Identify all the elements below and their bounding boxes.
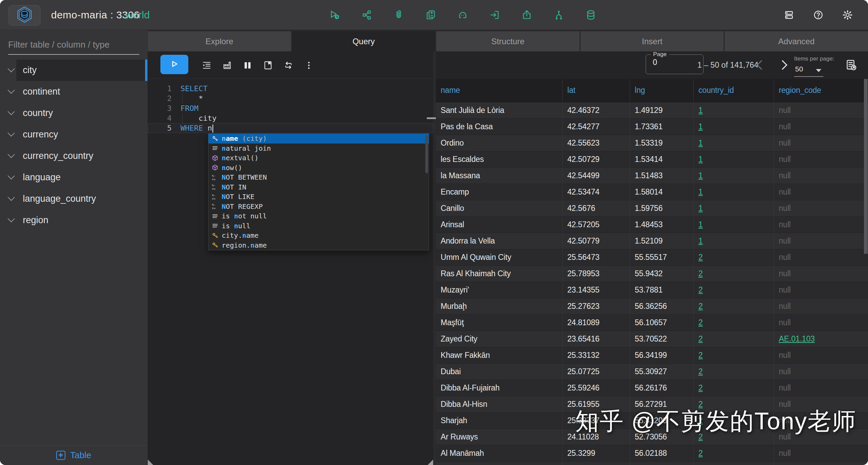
sidebar-item-language_country[interactable]: language_country — [0, 188, 147, 210]
tab-insert[interactable]: Insert — [581, 31, 724, 51]
code-line[interactable]: 2 * — [148, 94, 433, 103]
cell-lat[interactable]: 23.14355 — [563, 282, 630, 298]
cell-name[interactable]: Canillo — [436, 200, 563, 216]
tab-explore[interactable]: Explore — [148, 31, 291, 51]
country-id-link[interactable]: 1 — [698, 187, 703, 196]
cell-lng[interactable]: 1.48453 — [630, 217, 694, 233]
items-per-page-select[interactable]: 50 — [795, 65, 803, 73]
column-header-name[interactable]: name — [436, 79, 563, 102]
tab-advanced[interactable]: Advanced — [725, 31, 868, 51]
column-header-lat[interactable]: lat — [563, 79, 630, 102]
country-id-link[interactable]: 1 — [698, 138, 703, 147]
column-header-country_id[interactable]: country_id — [694, 79, 774, 102]
dropdown-caret-icon[interactable] — [816, 69, 821, 72]
cell-name[interactable]: Andorra la Vella — [436, 233, 563, 249]
cell-region_code[interactable]: null — [774, 364, 868, 380]
table-row[interactable]: Sharjah25.3373755.412062null — [436, 412, 868, 429]
table-row[interactable]: Khawr Fakkān25.3313256.341992null — [436, 347, 868, 363]
table-row[interactable]: Encamp42.534741.580141null — [436, 184, 868, 200]
table-row[interactable]: Al Manāmah25.329956.021882null — [436, 445, 868, 461]
cell-name[interactable]: Encamp — [436, 184, 563, 200]
table-row[interactable]: les Escaldes42.507291.534141null — [436, 151, 868, 167]
cell-lat[interactable]: 25.27623 — [563, 298, 630, 314]
cell-lat[interactable]: 42.57205 — [563, 217, 630, 233]
cell-region_code[interactable]: null — [774, 266, 868, 282]
cell-name[interactable]: Khawr Fakkān — [436, 347, 563, 363]
cell-country_id[interactable]: 1 — [694, 168, 774, 184]
cell-name[interactable]: Pas de la Casa — [436, 119, 563, 135]
country-id-link[interactable]: 1 — [698, 220, 703, 229]
attachment-icon[interactable] — [392, 8, 406, 22]
split-view-icon[interactable] — [241, 59, 254, 71]
cell-name[interactable]: Ordino — [436, 135, 563, 151]
replace-icon[interactable] — [282, 59, 295, 71]
country-id-link[interactable]: 2 — [698, 302, 703, 311]
suggestion-item-4[interactable]: %-x+NOT BETWEEN — [208, 172, 429, 182]
cell-region_code[interactable]: null — [774, 151, 868, 167]
country-id-link[interactable]: 1 — [698, 106, 703, 115]
cell-region_code[interactable]: null — [774, 429, 868, 445]
cell-country_id[interactable]: 1 — [694, 184, 774, 200]
cell-lng[interactable]: 56.34199 — [630, 347, 694, 363]
suggestion-item-5[interactable]: %-x+NOT IN — [208, 182, 429, 192]
filter-input[interactable] — [8, 39, 139, 55]
country-id-link[interactable]: 2 — [698, 449, 703, 458]
cell-country_id[interactable]: 1 — [694, 200, 774, 216]
cell-region_code[interactable]: null — [774, 413, 868, 429]
cell-country_id[interactable]: 2 — [694, 315, 774, 331]
suggestion-item-0[interactable]: name (city) — [208, 134, 429, 144]
country-id-link[interactable]: 1 — [698, 236, 703, 245]
cell-lng[interactable]: 55.55517 — [630, 249, 694, 265]
cell-country_id[interactable]: 2 — [694, 380, 774, 396]
table-row[interactable]: Ordino42.556231.533191null — [436, 135, 868, 151]
cell-lat[interactable]: 25.3299 — [563, 445, 630, 461]
suggestion-item-2[interactable]: nextval() — [208, 153, 429, 163]
cell-lng[interactable]: 1.52109 — [630, 233, 694, 249]
table-row[interactable]: Murbaḩ25.2762356.362562null — [436, 298, 868, 314]
cell-lng[interactable]: 53.70522 — [630, 331, 694, 347]
cell-region_code[interactable]: AE.01.103 — [774, 331, 868, 347]
cell-country_id[interactable]: 2 — [694, 413, 774, 429]
results-scrollbar[interactable] — [864, 79, 868, 465]
cell-lat[interactable]: 42.54277 — [563, 119, 630, 135]
cell-country_id[interactable]: 2 — [694, 364, 774, 380]
column-header-lng[interactable]: lng — [630, 79, 694, 102]
cell-region_code[interactable]: null — [774, 119, 868, 135]
country-id-link[interactable]: 2 — [698, 269, 703, 278]
country-id-link[interactable]: 1 — [698, 122, 703, 131]
country-id-link[interactable]: 2 — [698, 432, 703, 441]
country-id-link[interactable]: 1 — [698, 204, 703, 213]
import-icon[interactable] — [488, 8, 502, 22]
country-id-link[interactable]: 2 — [698, 367, 703, 376]
settings-icon[interactable] — [841, 8, 854, 22]
cell-region_code[interactable]: null — [774, 102, 868, 118]
table-row[interactable]: Ras Al Khaimah City25.7895355.94322null — [436, 265, 868, 282]
schedule-run-icon[interactable] — [328, 8, 342, 22]
country-id-link[interactable]: 2 — [698, 253, 703, 262]
cell-lng[interactable]: 55.41206 — [630, 413, 694, 429]
cell-country_id[interactable]: 1 — [694, 102, 774, 118]
cell-lat[interactable]: 42.55623 — [563, 135, 630, 151]
cell-lat[interactable]: 23.65416 — [563, 331, 630, 347]
suggestion-item-3[interactable]: now() — [208, 163, 429, 173]
cell-country_id[interactable]: 1 — [694, 217, 774, 233]
run-query-button[interactable] — [160, 55, 188, 74]
cell-region_code[interactable]: null — [774, 396, 868, 412]
popup-scrollbar-thumb[interactable] — [425, 135, 428, 173]
cell-name[interactable]: Dibba Al-Fujairah — [436, 380, 563, 396]
code-line[interactable]: 3FROM — [148, 103, 433, 113]
cell-lng[interactable]: 56.36256 — [630, 298, 694, 314]
tab-structure[interactable]: Structure — [436, 31, 580, 51]
cell-country_id[interactable]: 2 — [694, 429, 774, 445]
cell-country_id[interactable]: 2 — [694, 282, 774, 298]
cell-name[interactable]: Dibba Al-Hisn — [436, 396, 563, 412]
cell-lng[interactable]: 1.59756 — [630, 200, 694, 216]
country-id-link[interactable]: 2 — [698, 416, 703, 425]
code-line[interactable]: 1SELECT — [148, 84, 433, 94]
country-id-link[interactable]: 1 — [698, 171, 703, 180]
database-icon[interactable] — [584, 8, 598, 22]
cell-country_id[interactable]: 1 — [694, 233, 774, 249]
cell-lat[interactable]: 25.78953 — [563, 266, 630, 282]
results-scrollbar-thumb[interactable] — [864, 79, 868, 254]
sidebar-item-region[interactable]: region — [0, 210, 147, 231]
